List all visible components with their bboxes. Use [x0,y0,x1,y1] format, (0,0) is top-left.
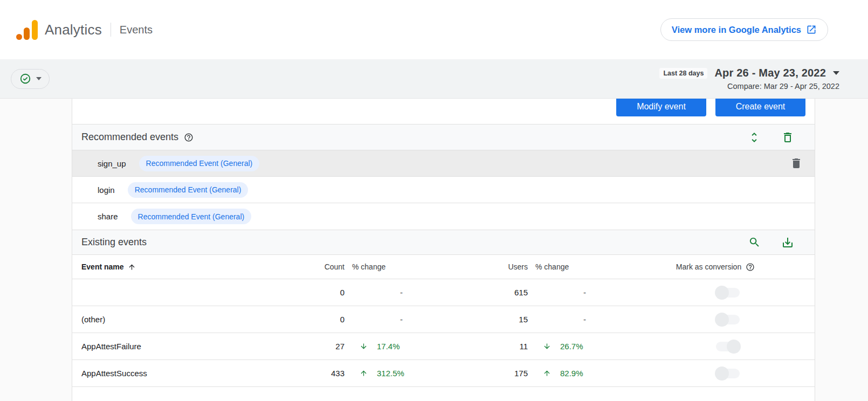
column-users-change: % change [528,262,598,271]
delete-section-icon[interactable] [781,131,794,144]
status-filter-dropdown[interactable] [11,69,50,89]
page-title: Events [120,24,153,36]
caret-down-icon [36,77,42,80]
users-change-cell: - [583,288,586,297]
delete-row-icon[interactable] [790,157,803,170]
events-table-header: Event name Count % change Users % change… [72,255,815,279]
date-range-preset-label: Last 28 days [659,68,707,79]
analytics-logo-icon [16,19,38,40]
table-row[interactable]: AppAttestFailure 27 17.4% 11 26.7% [72,333,815,360]
toolbar: Last 28 days Apr 26 - May 23, 2022 Compa… [0,59,868,99]
count-change-cell: - [400,315,403,324]
expand-collapse-icon[interactable] [748,131,761,144]
main-area: Modify event Create event Recommended ev… [0,99,868,401]
recommended-events-title: Recommended events [81,132,178,143]
column-count-change: % change [345,262,415,271]
caret-down-icon [833,71,839,75]
count-change-cell: - [400,288,403,297]
app-name: Analytics [45,22,102,38]
trend-down-icon [360,342,368,350]
users-change-cell: - [583,315,586,324]
date-range-value: Apr 26 - May 23, 2022 [714,67,826,79]
event-name: login [98,185,115,195]
sort-ascending-icon [128,263,136,271]
users-cell: 15 [415,315,528,324]
recommended-event-badge: Recommended Event (General) [131,209,252,224]
help-icon[interactable] [184,133,194,142]
column-count[interactable]: Count [253,262,345,271]
help-icon[interactable] [746,262,755,272]
column-mark-as-conversion: Mark as conversion [676,262,741,271]
app-header: Analytics Events View more in Google Ana… [0,0,868,59]
event-name: share [98,212,118,221]
count-cell: 27 [253,342,345,351]
recommended-event-badge: Recommended Event (General) [139,156,260,171]
recommended-row-share[interactable]: share Recommended Event (General) [72,203,815,230]
event-name-cell: AppAttestFailure [81,342,253,351]
modify-event-button[interactable]: Modify event [616,99,706,116]
recommended-row-login[interactable]: login Recommended Event (General) [72,177,815,203]
brand-divider [111,23,111,37]
count-cell: 0 [253,315,345,324]
users-cell: 615 [415,288,528,297]
download-icon[interactable] [781,236,794,249]
view-more-label: View more in Google Analytics [672,25,801,35]
users-cell: 11 [415,342,528,351]
brand: Analytics Events [16,19,153,40]
table-row[interactable]: AppAttestSuccess 433 312.5% 175 82.9% [72,360,815,387]
column-event-name[interactable]: Event name [81,262,124,271]
table-row[interactable]: (other) 0 - 15 - [72,306,815,333]
mark-as-conversion-toggle[interactable] [716,369,740,378]
recommended-event-badge: Recommended Event (General) [128,182,249,198]
mark-as-conversion-toggle[interactable] [716,315,740,324]
users-change-cell: 26.7% [560,342,583,351]
actions-row: Modify event Create event [72,99,815,124]
search-icon[interactable] [748,236,761,248]
users-cell: 175 [415,369,528,378]
count-change-cell: 312.5% [377,369,404,378]
check-circle-icon [19,73,31,85]
recommended-row-sign-up[interactable]: sign_up Recommended Event (General) [72,150,815,177]
existing-events-header: Existing events [72,230,815,255]
count-cell: 0 [253,288,345,297]
external-link-icon [806,24,817,35]
trend-down-icon [543,342,551,350]
count-change-cell: 17.4% [377,342,400,351]
trend-up-icon [543,369,551,377]
mark-as-conversion-toggle[interactable] [716,342,740,351]
compare-range-text: Compare: Mar 29 - Apr 25, 2022 [727,82,839,91]
date-range-block: Last 28 days Apr 26 - May 23, 2022 Compa… [659,67,839,91]
table-row[interactable]: 0 - 615 - [72,279,815,306]
event-name-cell: AppAttestSuccess [81,369,253,378]
column-users[interactable]: Users [415,262,528,271]
recommended-events-header: Recommended events [72,124,815,150]
users-change-cell: 82.9% [560,369,583,378]
mark-as-conversion-toggle[interactable] [716,288,740,298]
date-range-selector[interactable]: Last 28 days Apr 26 - May 23, 2022 [659,67,839,79]
events-card: Modify event Create event Recommended ev… [72,99,815,401]
count-cell: 433 [253,369,345,378]
event-name: sign_up [98,159,126,168]
event-name-cell: (other) [81,315,253,324]
create-event-button[interactable]: Create event [715,99,805,116]
view-more-button[interactable]: View more in Google Analytics [660,18,828,41]
trend-up-icon [360,369,368,377]
existing-events-title: Existing events [81,237,147,248]
